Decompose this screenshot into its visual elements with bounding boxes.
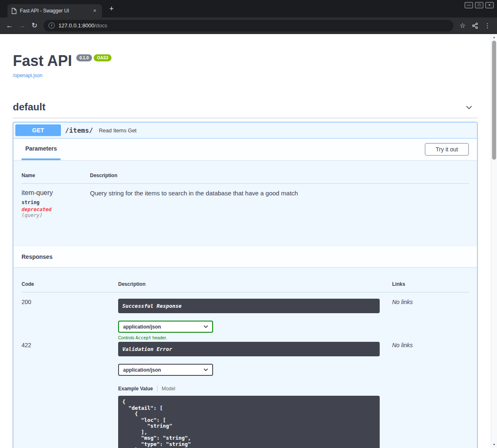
column-header-links: Links [392,281,469,287]
select-chevron-icon [204,368,208,371]
response-row-200: 200 Successful Response application/json… [22,292,469,340]
accept-note-prefix: Controls [118,335,136,340]
site-info-icon[interactable]: i [48,22,55,29]
column-header-description: Description [90,173,469,178]
parameter-description: Query string for the items to search in … [90,189,469,218]
page-viewport: Fast API 0.1.0 OAS3 /openapi.json defaul… [0,34,497,448]
scrollbar-thumb[interactable] [492,41,496,160]
api-info: Fast API 0.1.0 OAS3 /openapi.json [13,34,478,79]
column-header-code: Code [22,281,118,287]
response-description-cell: Successful Response application/json Con… [118,299,392,340]
column-header-description: Description [118,281,392,287]
page-icon [11,8,17,14]
tab-example-value[interactable]: Example Value [118,386,158,392]
parameter-row: item-query string deprecated (query) Que… [22,184,469,246]
chevron-down-icon [465,103,473,112]
tag-name: default [13,101,46,113]
page-content: Fast API 0.1.0 OAS3 /openapi.json defaul… [0,34,491,448]
parameter-location: (query) [22,212,90,218]
window-minimize-icon[interactable]: — [465,2,473,8]
address-bar[interactable]: i 127.0.0.1:8000/docs [44,20,453,32]
responses-table-head: Code Description Links [22,275,469,292]
parameter-deprecated-flag: deprecated [22,207,90,212]
media-type-select-200[interactable]: application/json [118,321,213,333]
sites-hub-icon[interactable] [469,19,481,32]
parameter-name: item-query [22,189,90,197]
url-path: /docs [95,22,107,29]
openapi-spec-link[interactable]: /openapi.json [13,73,42,78]
window-close-icon[interactable]: × [485,2,494,8]
reload-icon[interactable]: ↻ [28,19,41,32]
response-code: 422 [22,342,118,448]
tag-section-default[interactable]: default [13,101,478,118]
tab-model[interactable]: Model [158,386,175,392]
version-badge: 0.1.0 [76,54,92,61]
responses-header: Responses [13,246,477,267]
parameters-table-head: Name Description [22,168,469,184]
accept-note-suffix: header. [151,335,167,340]
media-type-value: application/json [123,367,161,373]
parameter-name-cell: item-query string deprecated (query) [22,189,90,218]
oas-badge: OAS3 [94,54,112,61]
bookmark-star-icon[interactable]: ☆ [456,19,469,32]
back-icon[interactable]: ← [3,19,16,32]
endpoint-path: /items/ [65,127,93,134]
url-host: 127.0.0.1:8000 [58,22,95,29]
response-links: No links [392,342,469,448]
window-controls: — □ × [465,2,494,8]
badges: 0.1.0 OAS3 [76,54,112,61]
method-badge-get: GET [15,124,61,136]
browser-chrome: Fast API - Swagger UI × + — □ × ← → ↻ i … [0,0,497,34]
parameters-table: Name Description item-query string depre… [13,160,477,246]
accept-note-code: Accept [136,335,151,340]
api-title-row: Fast API 0.1.0 OAS3 [13,52,478,69]
parameters-tab-title: Parameters [22,139,61,160]
response-description-cell: Validation Error application/json Exampl… [118,342,392,448]
vertical-scrollbar[interactable]: ▲ ▼ [491,34,497,448]
forward-icon[interactable]: → [16,19,28,32]
accept-header-note: Controls Accept header. [118,335,392,340]
example-model-tabs: Example Value Model [118,386,392,392]
media-type-select-422[interactable]: application/json [118,364,213,376]
url-text: 127.0.0.1:8000/docs [58,22,107,29]
swagger-ui: Fast API 0.1.0 OAS3 /openapi.json defaul… [13,34,478,448]
parameter-type: string [22,200,90,205]
try-it-out-button[interactable]: Try it out [425,143,469,156]
media-type-value: application/json [123,324,161,330]
response-message-box: Validation Error [118,342,380,356]
window-maximize-icon[interactable]: □ [475,2,483,8]
response-message-box: Successful Response [118,299,380,313]
scroll-up-icon[interactable]: ▲ [491,34,497,40]
page-title: Fast API [13,52,72,69]
kebab-menu-icon[interactable]: ⋮ [481,19,494,32]
tab-title: Fast API - Swagger UI [20,8,88,14]
response-links: No links [392,299,469,340]
responses-title: Responses [22,253,53,260]
browser-tab[interactable]: Fast API - Swagger UI × [7,4,102,17]
opblock-get-items: GET /items/ Read Items Get Parameters Tr… [13,122,478,448]
response-code: 200 [22,299,118,340]
response-row-422: 422 Validation Error application/json Ex… [22,340,469,448]
tab-close-icon[interactable]: × [91,7,98,15]
select-chevron-icon [204,325,208,328]
browser-toolbar: ← → ↻ i 127.0.0.1:8000/docs ☆ ⋮ [0,17,497,34]
titlebar: Fast API - Swagger UI × + — □ × [0,0,497,17]
parameters-header: Parameters Try it out [13,139,477,160]
new-tab-button[interactable]: + [106,4,117,15]
scroll-down-icon[interactable]: ▼ [491,442,497,448]
example-json-block: { "detail": [ { "loc": [ "string" ], "ms… [118,396,380,448]
opblock-summary[interactable]: GET /items/ Read Items Get [13,122,477,139]
responses-table: Code Description Links 200 Successful Re… [13,267,477,448]
endpoint-summary: Read Items Get [99,127,136,134]
column-header-name: Name [22,173,90,178]
